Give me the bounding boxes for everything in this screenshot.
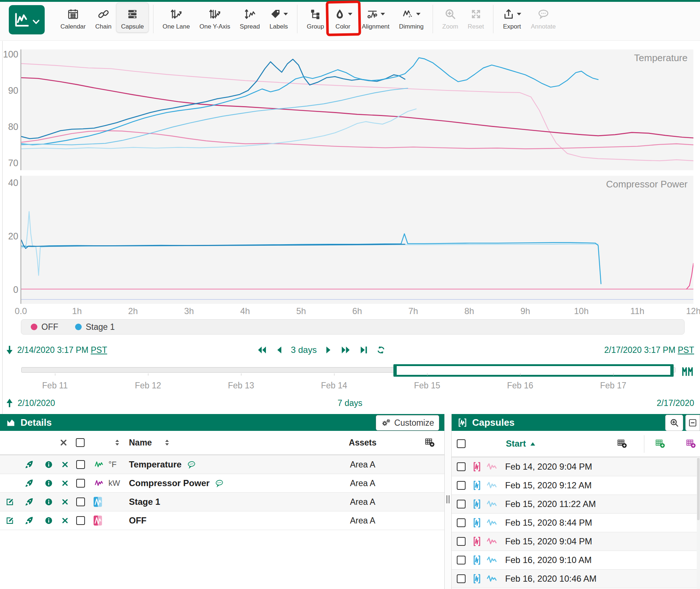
item-name[interactable]: Compressor Power [129,478,210,488]
toolbar-capsule-button[interactable]: Capsule [116,3,148,33]
row-checkbox[interactable] [457,574,466,583]
toolbar-one-y-axis-button[interactable]: One Y-Axis [195,3,235,33]
scrollbar-thumb[interactable] [697,458,700,520]
capsule-time-icon[interactable] [680,364,696,378]
item-info-icon[interactable] [44,479,53,488]
toolbar-alignment-button[interactable]: Alignment [357,3,395,33]
end-datetime[interactable]: 2/17/2020 3:17 PM [604,345,675,355]
detail-row[interactable]: kWCompressor PowerArea A [0,474,444,492]
end-timezone-link[interactable]: PST [678,345,694,355]
item-info-icon[interactable] [44,516,53,525]
remove-item-icon[interactable] [61,517,69,525]
start-column-header[interactable]: Start [506,439,536,449]
view-mode-selector-button[interactable] [9,5,45,34]
toolbar-spread-button[interactable]: Spread [235,3,265,33]
unit-of-measure: °F [108,460,116,469]
item-name[interactable]: OFF [129,515,147,526]
name-column-header[interactable]: Name [129,438,152,448]
capsule-row[interactable]: Feb 15, 2020 9:04 PM [452,532,700,551]
select-all-checkbox[interactable] [76,438,85,447]
toolbar-labels-button[interactable]: Labels [264,3,293,33]
row-checkbox[interactable] [76,516,85,525]
send-to-organizer-icon[interactable] [24,497,34,507]
duration-label[interactable]: 3 days [291,345,317,355]
step-forward-full-icon[interactable] [340,346,351,354]
assets-column-header[interactable]: Assets [349,438,376,448]
add-column-icon[interactable] [425,438,435,447]
remove-item-icon[interactable] [61,498,69,506]
refresh-icon[interactable] [376,345,386,355]
send-to-organizer-icon[interactable] [24,516,34,526]
capsule-row[interactable]: Feb 16, 2020 9:10 AM [452,551,700,569]
panel-resize-divider[interactable] [444,414,452,589]
display-range-end[interactable]: 2/17/2020 3:17 PM PST [604,342,695,358]
display-range-start[interactable]: 2/14/2020 3:17 PM PST [5,342,107,358]
row-checkbox[interactable] [76,460,85,469]
sort-icon[interactable] [164,439,170,447]
detail-row[interactable]: OFFArea A [0,511,444,530]
capsule-row[interactable]: Feb 16, 2020 10:46 AM [452,569,700,588]
capsule-row[interactable]: Feb 15, 2020 9:12 AM [452,476,700,495]
capsule-row[interactable]: Feb 15, 2020 11:22 AM [452,495,700,513]
row-checkbox[interactable] [457,462,466,471]
timeline-selection[interactable] [393,364,673,377]
toolbar-color-button[interactable]: Color [329,3,357,33]
capsule-start-time: Feb 16, 2020 10:46 AM [505,574,597,584]
capsule-row[interactable]: Feb 14, 2020 9:04 PM [452,457,700,476]
customize-button[interactable]: Customize [376,415,439,430]
toolbar-calendar-button[interactable]: Calendar [56,3,90,33]
send-to-organizer-icon[interactable] [24,478,34,488]
toolbar-group-button[interactable]: Group [302,3,329,33]
item-name[interactable]: Temperature [129,459,182,470]
edit-properties-icon[interactable] [5,497,15,507]
toolbar-one-lane-button[interactable]: One Lane [158,3,195,33]
select-all-checkbox[interactable] [457,439,466,448]
add-signal-stats-icon[interactable] [655,439,665,448]
investigate-end-date[interactable]: 2/17/2020 [657,396,694,410]
step-to-end-icon[interactable] [359,346,368,354]
remove-item-icon[interactable] [61,461,69,469]
edit-properties-icon[interactable] [5,516,15,525]
detail-row[interactable]: °FTemperatureArea A [0,455,444,474]
row-checkbox[interactable] [457,556,466,564]
x-axis[interactable]: 0.01h2h3h4h5h6h7h8h9h10h11h12h [0,306,700,317]
sort-icon[interactable] [114,439,120,447]
toolbar-chain-button[interactable]: Chain [90,3,116,33]
step-back-half-icon[interactable] [275,346,283,354]
step-forward-half-icon[interactable] [325,346,332,354]
row-checkbox[interactable] [457,481,466,490]
add-column-icon[interactable] [617,439,627,448]
comment-bubble-icon[interactable] [214,479,225,488]
comment-bubble-icon[interactable] [186,460,197,469]
investigate-duration[interactable]: 7 days [0,396,700,410]
item-info-icon[interactable] [44,497,53,506]
condition-icon [93,515,102,526]
resize-grip-icon[interactable] [447,495,450,503]
collapse-panel-button[interactable] [685,415,700,431]
capsule-row[interactable]: Feb 15, 2020 8:44 PM [452,513,700,532]
zoom-to-capsule-button[interactable] [665,415,683,431]
item-name[interactable]: Stage 1 [129,497,160,507]
row-checkbox[interactable] [76,479,85,488]
capsules-scrollbar[interactable] [697,457,700,589]
detail-row[interactable]: Stage 1Area A [0,492,444,511]
row-checkbox[interactable] [457,500,466,508]
send-to-organizer-icon[interactable] [24,460,34,470]
row-checkbox[interactable] [457,537,466,546]
remove-item-icon[interactable] [61,480,69,487]
toolbar-dimming-button[interactable]: Dimming [394,3,428,33]
trend-toolbar: CalendarChainCapsuleOne LaneOne Y-AxisSp… [0,2,700,41]
compressor-y-axis[interactable]: 40200 [0,176,19,304]
temperature-y-axis[interactable]: 100908070 [0,49,19,170]
step-back-full-icon[interactable] [256,346,267,354]
start-timezone-link[interactable]: PST [91,345,107,355]
temperature-plot[interactable] [21,49,693,170]
row-checkbox[interactable] [76,497,85,506]
toolbar-export-button[interactable]: Export [498,3,526,33]
item-info-icon[interactable] [44,460,53,469]
add-condition-stats-icon[interactable] [686,439,696,448]
start-datetime[interactable]: 2/14/2020 3:17 PM [17,345,88,355]
row-checkbox[interactable] [457,518,466,527]
compressor-power-plot[interactable] [21,176,693,304]
bulk-remove-icon[interactable] [59,439,68,447]
